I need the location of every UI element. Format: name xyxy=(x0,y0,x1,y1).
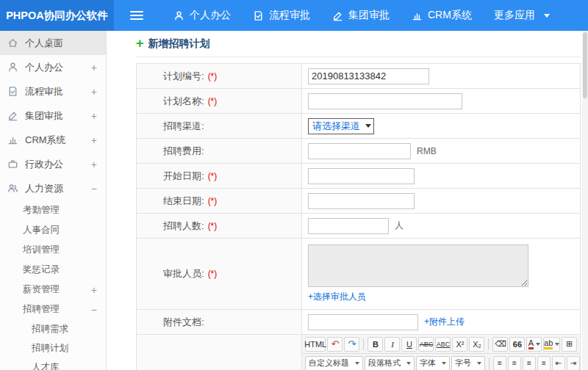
menu-toggle-icon[interactable] xyxy=(130,11,143,20)
field-label: 计划编号: xyxy=(163,70,204,83)
sidebar-item-crm-system[interactable]: CRM系统 + xyxy=(0,128,106,152)
blockquote-icon[interactable]: 66 xyxy=(509,337,525,352)
upload-attachment-link[interactable]: +附件上传 xyxy=(424,316,465,328)
sidebar-item-label: 集团审批 xyxy=(25,109,63,123)
attachment-input[interactable] xyxy=(308,314,418,330)
bold-icon[interactable]: B xyxy=(368,337,383,352)
edit-icon xyxy=(7,110,19,122)
expand-icon[interactable]: + xyxy=(91,135,97,145)
underline-icon[interactable]: U xyxy=(401,337,417,352)
align-justify-icon[interactable]: ≡ xyxy=(537,356,551,370)
headcount-unit-label: 人 xyxy=(395,220,404,232)
remove-format-icon[interactable]: ⌫ xyxy=(492,337,508,352)
outdent-icon[interactable]: ⇤ xyxy=(552,356,565,370)
paragraph-format-dropdown[interactable]: 段落格式 xyxy=(365,356,415,370)
field-label: 招聘人数: xyxy=(163,220,204,233)
nav-more-apps[interactable]: 更多应用 xyxy=(483,0,561,31)
indent-icon[interactable]: ⇥ xyxy=(567,356,580,370)
font-color-icon[interactable]: A xyxy=(526,337,542,352)
expand-icon[interactable]: + xyxy=(91,87,97,97)
fee-input[interactable] xyxy=(308,143,411,159)
add-icon: + xyxy=(136,37,144,50)
sidebar-item-human-resources[interactable]: 人力资源 − xyxy=(0,176,106,200)
app-logo[interactable]: PHPOA协同办公软件 xyxy=(0,0,114,31)
field-input-cell: RMB xyxy=(302,139,580,163)
sidebar-item-recruitment[interactable]: 招聘管理 − xyxy=(0,300,106,319)
redo-icon[interactable]: ↷ xyxy=(344,337,359,352)
channel-select[interactable]: 请选择渠道 xyxy=(308,118,374,134)
highlight-color-icon[interactable]: ab xyxy=(543,337,560,352)
italic-icon[interactable]: I xyxy=(384,337,400,352)
collapse-icon[interactable]: − xyxy=(91,305,97,315)
superscript-icon[interactable]: X² xyxy=(452,337,467,352)
nav-personal-office[interactable]: 个人办公 xyxy=(162,0,242,31)
home-icon xyxy=(7,37,19,49)
sidebar-item-personal-office[interactable]: 个人办公 + xyxy=(0,55,106,79)
font-size-dropdown[interactable]: 字号 xyxy=(451,356,485,370)
form-row-channel: 招聘渠道: 请选择渠道 xyxy=(137,114,580,139)
select-approver-link[interactable]: +选择审批人员 xyxy=(308,291,366,303)
plan-name-input[interactable] xyxy=(308,93,462,109)
sidebar-item-admin-office[interactable]: 行政办公 + xyxy=(0,152,106,176)
field-label-cell: 招聘费用: xyxy=(137,139,302,163)
sidebar-item-training[interactable]: 培训管理 xyxy=(0,240,106,260)
main-content: + 新增招聘计划 计划编号: (*) 计划名称: (*) xyxy=(107,31,588,370)
field-input-cell xyxy=(302,189,580,213)
align-left-icon[interactable]: ≡ xyxy=(493,356,506,370)
nav-label: 更多应用 xyxy=(494,9,535,22)
custom-heading-dropdown[interactable]: 自定义标题 xyxy=(305,356,363,370)
sidebar-item-hr-contract[interactable]: 人事合同 xyxy=(0,220,106,240)
nav-crm-system[interactable]: CRM系统 xyxy=(401,0,483,31)
dropdown-label: 字号 xyxy=(455,358,471,369)
document-check-icon xyxy=(253,10,264,21)
start-date-input[interactable] xyxy=(308,168,415,184)
headcount-input[interactable] xyxy=(308,218,389,234)
sidebar-item-rewards[interactable]: 奖惩记录 xyxy=(0,260,106,280)
nav-group-approval[interactable]: 集团审批 xyxy=(321,0,401,31)
sidebar-item-recruit-plan[interactable]: 招聘计划 xyxy=(0,338,106,358)
sidebar-item-recruit-demand[interactable]: 招聘需求 xyxy=(0,319,106,338)
form-row-fee: 招聘费用: RMB xyxy=(137,139,580,164)
spellcheck-icon[interactable]: ABC xyxy=(435,337,451,352)
form-row-attachment: 附件文档: +附件上传 xyxy=(137,310,580,335)
expand-icon[interactable]: + xyxy=(91,159,97,170)
sidebar-item-label: 考勤管理 xyxy=(23,204,60,217)
plan-number-input[interactable] xyxy=(308,68,429,84)
page-header: + 新增招聘计划 xyxy=(136,31,581,57)
vertical-scrollbar[interactable] xyxy=(582,31,588,370)
html-source-button[interactable]: HTML xyxy=(305,337,326,352)
sidebar-item-salary[interactable]: 薪资管理 + xyxy=(0,280,106,300)
sidebar-item-label: 培训管理 xyxy=(23,244,60,256)
subscript-icon[interactable]: X₂ xyxy=(469,337,484,352)
strikethrough-icon[interactable]: ABC xyxy=(418,337,434,352)
expand-icon[interactable]: + xyxy=(91,285,97,295)
table-icon[interactable]: ⊞ xyxy=(562,337,577,352)
page-title: 新增招聘计划 xyxy=(148,37,210,51)
font-family-dropdown[interactable]: 字体 xyxy=(416,356,450,370)
dropdown-label: 段落格式 xyxy=(368,358,401,369)
approver-textarea[interactable] xyxy=(308,244,528,287)
field-input-cell: 请选择渠道 xyxy=(302,114,580,138)
align-center-icon[interactable]: ≡ xyxy=(508,356,521,370)
sidebar-item-group-approval[interactable]: 集团审批 + xyxy=(0,104,106,128)
sidebar-item-label: 行政办公 xyxy=(25,158,63,171)
end-date-input[interactable] xyxy=(308,193,415,209)
align-right-icon[interactable]: ≡ xyxy=(523,356,536,370)
sidebar-item-label: 个人桌面 xyxy=(25,37,63,50)
expand-icon[interactable]: + xyxy=(91,111,97,121)
caret-down-icon xyxy=(365,124,371,128)
briefcase-icon xyxy=(7,159,19,170)
sidebar-item-attendance[interactable]: 考勤管理 xyxy=(0,200,106,220)
sidebar-item-desktop[interactable]: 个人桌面 xyxy=(0,31,106,55)
font-color-glyph: A xyxy=(528,339,534,349)
undo-icon[interactable]: ↶ xyxy=(327,337,343,352)
field-input-cell: 人 xyxy=(302,214,580,238)
nav-label: 流程审批 xyxy=(269,9,310,22)
scrollbar-thumb[interactable] xyxy=(583,32,587,98)
sidebar-item-talent-pool[interactable]: 人才库 xyxy=(0,358,106,370)
field-input-cell xyxy=(302,64,580,88)
sidebar-item-workflow-approval[interactable]: 流程审批 + xyxy=(0,79,106,104)
nav-workflow-approval[interactable]: 流程审批 xyxy=(242,0,321,31)
collapse-icon[interactable]: − xyxy=(91,184,97,194)
expand-icon[interactable]: + xyxy=(91,62,97,73)
